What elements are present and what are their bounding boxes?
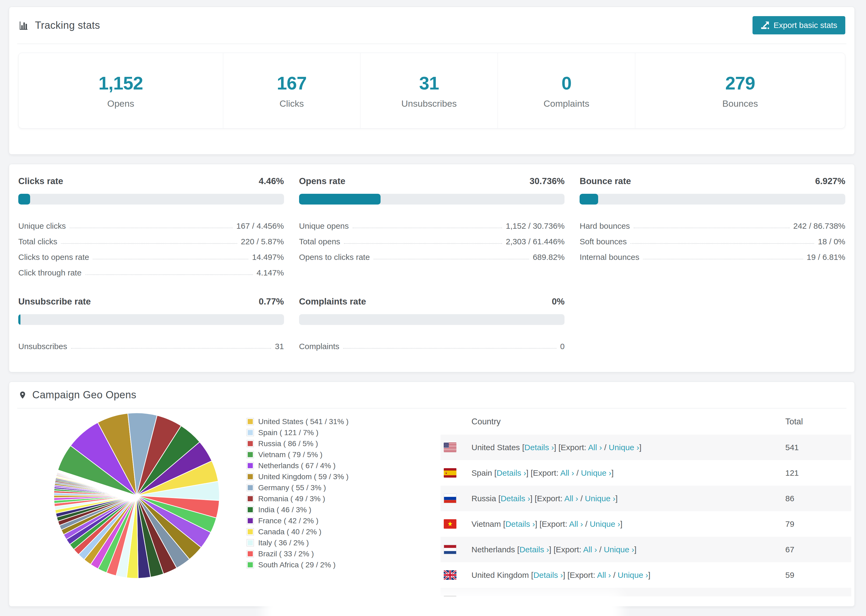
dotted-leader: [61, 243, 237, 244]
geo-body: United States ( 541 / 31% )Spain ( 121 /…: [9, 409, 855, 596]
country-name: Spain: [471, 468, 494, 477]
stat-boxes-row: 1,152Opens167Clicks31Unsubscribes0Compla…: [18, 53, 845, 129]
rate-title: Complaints rate: [299, 297, 366, 306]
legend-item-spain[interactable]: Spain ( 121 / 7% ): [247, 427, 387, 438]
rate-row-unique-opens: Unique opens1,152 / 30.736%: [299, 215, 565, 230]
stat-box-complaints: 0Complaints: [498, 53, 635, 128]
legend-item-brazil[interactable]: Brazil ( 33 / 2% ): [247, 548, 387, 559]
legend-swatch: [247, 462, 254, 469]
country-name: Netherlands: [471, 545, 517, 554]
table-header-row: Country Total: [441, 409, 851, 435]
legend-label: Germany ( 55 / 3% ): [258, 484, 326, 492]
legend-item-italy[interactable]: Italy ( 36 / 2% ): [247, 537, 387, 548]
rate-row-label: Hard bounces: [579, 222, 630, 230]
details-link[interactable]: Details ›: [505, 520, 535, 528]
legend-swatch: [247, 440, 254, 447]
legend-item-india[interactable]: India ( 46 / 3% ): [247, 504, 387, 515]
export-all-link[interactable]: All ›: [560, 468, 574, 477]
legend-item-romania[interactable]: Romania ( 49 / 3% ): [247, 493, 387, 504]
rate-row-soft-bounces: Soft bounces18 / 0%: [579, 230, 845, 246]
progress-bar: [579, 194, 845, 204]
legend-label: India ( 46 / 3% ): [258, 506, 312, 514]
rate-block-complaints-rate: Complaints rate0%Complaints0: [299, 297, 565, 351]
export-unique-link[interactable]: Unique ›: [581, 468, 611, 477]
country-name: Russia: [471, 494, 498, 503]
rate-title: Unsubscribe rate: [18, 297, 91, 306]
column-header-total: Total: [785, 417, 851, 426]
legend-item-germany[interactable]: Germany ( 55 / 3% ): [247, 482, 387, 493]
country-cell: Netherlands [Details ›] [Export: All › /…: [471, 545, 785, 554]
export-button-label: Export basic stats: [773, 21, 837, 30]
legend-swatch: [247, 561, 254, 568]
legend-item-united-states[interactable]: United States ( 541 / 31% ): [247, 416, 387, 427]
gb-flag-icon: [444, 570, 457, 580]
dotted-leader: [344, 243, 502, 244]
total-cell: 67: [785, 545, 851, 554]
details-link[interactable]: Details ›: [501, 494, 530, 503]
progress-bar-fill: [18, 194, 30, 204]
legend-item-netherlands[interactable]: Netherlands ( 67 / 4% ): [247, 460, 387, 471]
legend-item-russia[interactable]: Russia ( 86 / 5% ): [247, 438, 387, 449]
export-unique-link[interactable]: Unique ›: [590, 520, 620, 528]
legend-item-south-africa[interactable]: South Africa ( 29 / 2% ): [247, 559, 387, 570]
export-all-link[interactable]: All ›: [564, 494, 578, 503]
stat-value: 0: [562, 72, 572, 94]
export-all-link[interactable]: All ›: [588, 443, 602, 452]
rate-row-opens-to-clicks-rate: Opens to clicks rate689.82%: [299, 246, 565, 261]
export-unique-link[interactable]: Unique ›: [618, 570, 648, 580]
details-link[interactable]: Details ›: [519, 545, 549, 554]
pie-chart-svg: [53, 412, 220, 579]
progress-bar: [299, 194, 565, 204]
country-name: United States: [471, 443, 522, 452]
progress-bar-fill: [299, 194, 381, 204]
dotted-leader: [630, 243, 814, 244]
geo-country-table: Country Total United States [Details ›] …: [441, 409, 851, 596]
es-flag-icon: [444, 468, 457, 478]
export-unique-link[interactable]: Unique ›: [585, 494, 615, 503]
legend-item-france[interactable]: France ( 42 / 2% ): [247, 515, 387, 526]
details-link[interactable]: Details ›: [496, 468, 526, 477]
geo-pie-chart: [53, 412, 220, 579]
legend-label: Vietnam ( 79 / 5% ): [258, 451, 323, 459]
export-all-link[interactable]: All ›: [569, 520, 583, 528]
export-unique-link[interactable]: Unique ›: [609, 443, 639, 452]
details-link[interactable]: Details ›: [533, 570, 563, 580]
legend-item-vietnam[interactable]: Vietnam ( 79 / 5% ): [247, 449, 387, 460]
rate-row-click-through-rate: Click through rate4.147%: [18, 261, 284, 277]
dotted-leader: [643, 259, 803, 259]
rate-row-complaints: Complaints0: [299, 335, 565, 351]
legend-swatch: [247, 418, 254, 425]
export-basic-stats-button[interactable]: Export basic stats: [753, 16, 845, 35]
rate-row-value: 0: [560, 342, 565, 351]
country-name: Vietnam: [471, 520, 503, 528]
total-cell: 79: [785, 520, 851, 529]
country-cell: United Kingdom [Details ›] [Export: All …: [471, 570, 785, 580]
country-cell: Spain [Details ›] [Export: All › / Uniqu…: [471, 468, 785, 478]
export-icon: [761, 21, 770, 30]
rate-row-total-opens: Total opens2,303 / 61.446%: [299, 230, 565, 246]
export-all-link[interactable]: All ›: [597, 570, 611, 580]
legend-item-canada[interactable]: Canada ( 40 / 2% ): [247, 526, 387, 537]
rate-row-unique-clicks: Unique clicks167 / 4.456%: [18, 215, 284, 230]
rate-row-label: Clicks to opens rate: [18, 253, 89, 261]
nl-flag-icon: [444, 545, 457, 554]
legend-label: United States ( 541 / 31% ): [258, 417, 348, 426]
rate-row-value: 19 / 6.81%: [807, 253, 845, 261]
legend-label: South Africa ( 29 / 2% ): [258, 561, 335, 569]
legend-swatch: [247, 506, 254, 513]
rate-value: 4.46%: [259, 176, 284, 186]
export-all-link[interactable]: All ›: [583, 545, 597, 554]
rate-row-value: 220 / 5.87%: [241, 237, 284, 246]
rate-row-label: Unique clicks: [18, 222, 66, 230]
legend-item-united-kingdom[interactable]: United Kingdom ( 59 / 3% ): [247, 471, 387, 482]
rate-row-value: 14.497%: [252, 253, 284, 261]
legend-label: Canada ( 40 / 2% ): [258, 528, 321, 536]
total-cell: 55: [785, 596, 851, 597]
details-link[interactable]: Details ›: [524, 443, 554, 452]
progress-bar: [299, 314, 565, 325]
legend-label: Russia ( 86 / 5% ): [258, 439, 318, 448]
dotted-leader: [373, 259, 529, 259]
bar-chart-icon: [18, 20, 30, 31]
rate-row-label: Total clicks: [18, 237, 57, 246]
export-unique-link[interactable]: Unique ›: [604, 545, 634, 554]
